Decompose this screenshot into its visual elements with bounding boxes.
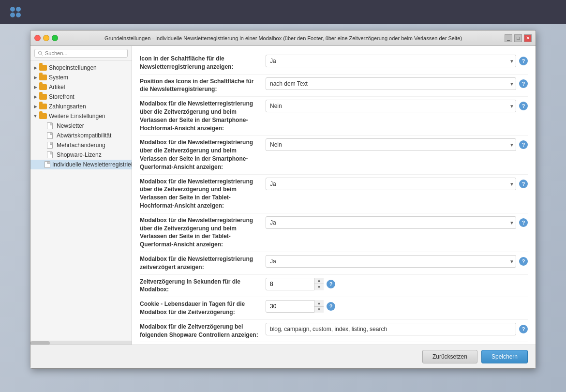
settings-label-modalbox-tablet-querformat: Modalbox für die Newsletterregistrierung… [140,216,266,249]
settings-row-zeitverzoegerung-sekunden: Zeitverzögerung in Sekunden für die Moda… [140,275,528,298]
tree: ▶ Shopeinstellungen ▶ System ▶ Artikel ▶ [30,61,132,341]
app-icon [8,4,23,20]
settings-control-cookie-lebensdauer-zeitverz: ▲▼? [266,300,528,313]
title-close-icon[interactable]: ✕ [524,34,532,42]
sidebar-item-individuelle[interactable]: ▶ Individuelle Newsletterregistriei... [30,160,132,169]
window-title-icons: _ □ ✕ [505,34,532,42]
settings-control-modalbox-zeitverzoegert: JaNein▼? [266,255,528,268]
folder-icon [39,94,47,100]
sidebar-item-newsletter[interactable]: ▶ Newsletter [30,121,132,131]
scrollbar-thumb[interactable] [30,341,50,345]
doc-icon [47,133,55,138]
help-button-modalbox-smartphone-hochformat[interactable]: ? [519,102,528,110]
select-modalbox-smartphone-hochformat[interactable]: JaNein [266,100,516,112]
spinner-up-cookie-lebensdauer-zeitverz[interactable]: ▲ [314,300,324,307]
search-box [30,46,132,61]
spinner-down-zeitverzoegerung-sekunden[interactable]: ▼ [314,284,324,290]
help-button-cookie-lebensdauer-zeitverz[interactable]: ? [327,302,335,311]
sidebar-label-mehrfach: Mehrfachänderung [57,142,105,149]
settings-control-modalbox-smartphone-hochformat: JaNein▼? [266,100,528,112]
help-button-modalbox-tablet-hochformat[interactable]: ? [519,180,528,188]
svg-point-3 [16,13,21,17]
sidebar-item-zahlungsarten[interactable]: ▶ Zahlungsarten [30,102,132,111]
search-input[interactable] [45,50,124,56]
folder-icon [39,65,47,71]
sidebar-label-weitere-einstellungen: Weitere Einstellungen [49,113,105,120]
settings-label-modalbox-tablet-hochformat: Modalbox für die Newsletterregistrierung… [140,178,266,210]
settings-label-modalbox-smartphone-hochformat: Modalbox für die Newsletterregistrierung… [140,100,266,132]
settings-control-modalbox-tablet-hochformat: JaNein▼? [266,178,528,190]
minimize-button[interactable] [43,35,49,41]
settings-row-modalbox-zeitverzoegert: Modalbox für die Newsletterregistrierung… [140,252,528,275]
doc-icon [45,162,50,167]
save-button[interactable]: Speichern [481,350,528,363]
settings-label-icon-anzeigen: Icon in der Schaltfläche für die Newslet… [140,55,266,71]
settings-row-icon-anzeigen: Icon in der Schaltfläche für die Newslet… [140,52,528,75]
spinner-down-cookie-lebensdauer-zeitverz[interactable]: ▼ [314,307,324,313]
select-modalbox-tablet-hochformat[interactable]: JaNein [266,178,516,190]
taskbar [0,0,566,24]
search-input-wrap [34,49,128,58]
sidebar-item-abwaerts[interactable]: ▶ Abwärtskompatibilität [30,131,132,140]
sidebar-item-weitere-einstellungen[interactable]: ▼ Weitere Einstellungen [30,111,132,121]
window-body: ▶ Shopeinstellungen ▶ System ▶ Artikel ▶ [30,46,536,345]
settings-control-modalbox-controller-zeitverz: ? [266,323,528,335]
sidebar-item-shopeinstellungen[interactable]: ▶ Shopeinstellungen [30,63,132,73]
sidebar-item-shopware-lizenz[interactable]: ▶ Shopware-Lizenz [30,150,132,160]
window-controls [34,35,58,41]
settings-row-modalbox-smartphone-hochformat: Modalbox für die Newsletterregistrierung… [140,97,528,136]
select-modalbox-zeitverzoegert[interactable]: JaNein [266,255,516,268]
sidebar-label-individuelle: Individuelle Newsletterregistriei... [52,161,132,168]
expander-icon: ▶ [32,104,38,109]
close-button[interactable] [34,35,41,41]
title-minimize-icon[interactable]: _ [505,34,512,42]
text-input-modalbox-controller-zeitverz[interactable] [266,323,516,335]
expander-icon: ▶ [32,94,38,100]
help-button-icon-anzeigen[interactable]: ? [519,57,528,65]
help-button-modalbox-smartphone-querformat[interactable]: ? [519,140,528,149]
title-restore-icon[interactable]: □ [514,34,522,42]
sidebar-scrollbar[interactable] [30,341,132,345]
sidebar-item-storefront[interactable]: ▶ Storefront [30,92,132,102]
spinner-up-zeitverzoegerung-sekunden[interactable]: ▲ [314,278,324,285]
settings-row-modalbox-smartphone-querformat: Modalbox für die Newsletterregistrierung… [140,136,528,174]
help-button-modalbox-controller-zeitverz[interactable]: ? [519,325,528,333]
settings-row-modalbox-controller-zeitverz: Modalbox für die Zeitverzögerung bei fol… [140,320,528,343]
select-icon-anzeigen[interactable]: JaNein [266,55,516,67]
settings-control-zeitverzoegerung-sekunden: ▲▼? [266,278,528,290]
select-modalbox-tablet-querformat[interactable]: JaNein [266,216,516,229]
sidebar-item-mehrfach[interactable]: ▶ Mehrfachänderung [30,140,132,150]
sidebar-item-system[interactable]: ▶ System [30,73,132,82]
help-button-zeitverzoegerung-sekunden[interactable]: ? [327,280,335,288]
sidebar-label-shopware-lizenz: Shopware-Lizenz [57,151,102,158]
help-button-modalbox-zeitverzoegert[interactable]: ? [519,257,528,266]
help-button-modalbox-tablet-querformat[interactable]: ? [519,218,528,227]
folder-open-icon [39,113,47,119]
select-modalbox-smartphone-querformat[interactable]: JaNein [266,138,516,151]
settings-row-cookie-lebensdauer-zeitverz: Cookie - Lebensdauer in Tagen für die Mo… [140,297,528,320]
sidebar-label-abwaerts: Abwärtskompatibilität [57,132,111,139]
sidebar: ▶ Shopeinstellungen ▶ System ▶ Artikel ▶ [30,46,132,345]
settings-control-modalbox-tablet-querformat: JaNein▼? [266,216,528,229]
settings-label-modalbox-smartphone-querformat: Modalbox für die Newsletterregistrierung… [140,138,266,171]
maximize-button[interactable] [52,35,58,41]
settings-label-modalbox-zeitverzoegert: Modalbox für die Newsletterregistrierung… [140,255,266,271]
main-content: Icon in der Schaltfläche für die Newslet… [132,46,536,345]
doc-icon [47,152,55,158]
help-button-icon-position[interactable]: ? [519,79,528,88]
sidebar-item-artikel[interactable]: ▶ Artikel [30,82,132,92]
expander-icon: ▶ [32,75,38,80]
reset-button[interactable]: Zurücksetzen [422,350,477,363]
svg-point-0 [10,7,15,12]
select-icon-position[interactable]: nach dem Textvor dem Text [266,77,516,90]
expander-icon: ▶ [32,65,38,71]
folder-icon [39,75,47,80]
settings-control-modalbox-smartphone-querformat: JaNein▼? [266,138,528,151]
svg-point-4 [38,51,41,54]
svg-line-5 [41,54,43,55]
sidebar-label-newsletter: Newsletter [57,122,84,129]
folder-icon [39,84,47,90]
sidebar-label-artikel: Artikel [49,84,65,90]
doc-icon [47,142,55,148]
settings-label-modalbox-controller-zeitverz: Modalbox für die Zeitverzögerung bei fol… [140,323,266,339]
